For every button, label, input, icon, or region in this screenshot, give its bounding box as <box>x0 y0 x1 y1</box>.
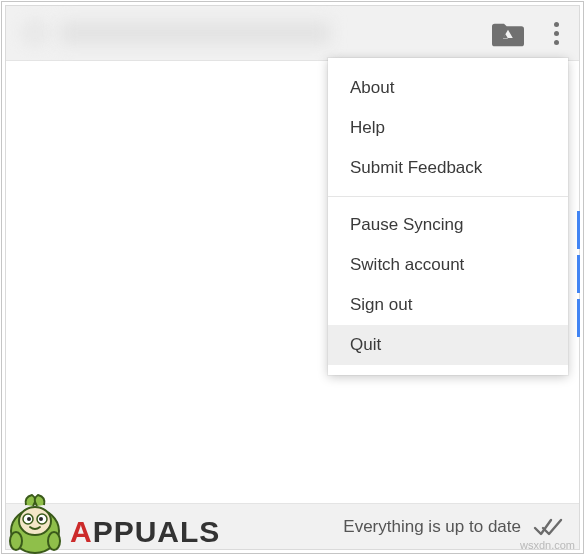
more-menu-button[interactable] <box>552 20 561 47</box>
accent-stripe <box>577 211 580 249</box>
svg-point-7 <box>48 532 60 550</box>
menu-label: About <box>350 78 394 97</box>
accent-stripe <box>577 255 580 293</box>
accent-stripe <box>577 299 580 337</box>
svg-point-5 <box>39 517 43 521</box>
menu-item-pause-syncing[interactable]: Pause Syncing <box>328 205 568 245</box>
more-vert-icon <box>554 22 559 27</box>
status-text: Everything is up to date <box>343 517 521 537</box>
svg-point-4 <box>27 517 31 521</box>
menu-label: Pause Syncing <box>350 215 463 234</box>
mascot-icon <box>0 493 70 555</box>
double-check-icon <box>533 516 563 538</box>
svg-point-6 <box>10 532 22 550</box>
menu-label: Help <box>350 118 385 137</box>
menu-label: Switch account <box>350 255 464 274</box>
account-name-blurred <box>60 22 330 44</box>
menu-item-sign-out[interactable]: Sign out <box>328 285 568 325</box>
menu-item-submit-feedback[interactable]: Submit Feedback <box>328 148 568 188</box>
menu-item-help[interactable]: Help <box>328 108 568 148</box>
menu-item-switch-account[interactable]: Switch account <box>328 245 568 285</box>
menu-label: Sign out <box>350 295 412 314</box>
menu-label: Submit Feedback <box>350 158 482 177</box>
watermark-logo: APPUALS <box>0 495 220 555</box>
account-info[interactable] <box>20 18 330 48</box>
menu-divider <box>328 196 568 197</box>
menu-item-about[interactable]: About <box>328 68 568 108</box>
watermark-source: wsxdn.com <box>520 539 575 551</box>
avatar <box>20 18 50 48</box>
header-actions <box>492 19 561 47</box>
drive-folder-icon[interactable] <box>492 19 524 47</box>
menu-label: Quit <box>350 335 381 354</box>
menu-item-quit[interactable]: Quit <box>328 325 568 365</box>
settings-dropdown-menu: About Help Submit Feedback Pause Syncing… <box>328 58 568 375</box>
header-bar <box>6 6 579 61</box>
watermark-logo-text: APPUALS <box>70 515 220 555</box>
